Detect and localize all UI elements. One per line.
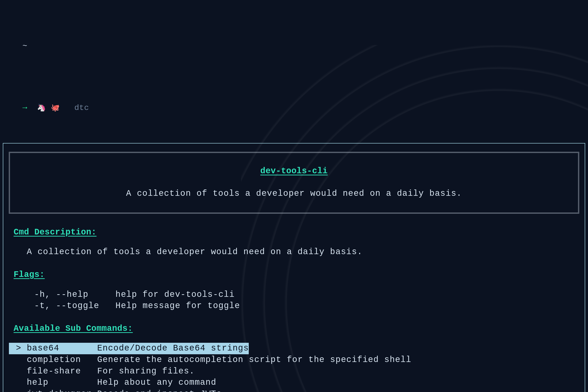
shell-prompt: ~ → 🦄 🐙 dtc <box>3 3 585 139</box>
flags-list: -h, --help help for dev-tools-cli-t, --t… <box>34 289 579 312</box>
typed-command[interactable]: dtc <box>74 104 89 112</box>
subcommand-row[interactable]: > base64 Encode/Decode Base64 strings <box>9 343 579 354</box>
heading-cmd-description: Cmd Description: <box>14 227 579 238</box>
flag-row: -h, --help help for dev-tools-cli <box>34 289 579 300</box>
prompt-tilde: ~ <box>22 42 28 50</box>
cmd-description-text: A collection of tools a developer would … <box>27 246 579 258</box>
subcommand-list[interactable]: > base64 Encode/Decode Base64 strings co… <box>9 343 579 392</box>
app-subtitle: A collection of tools a developer would … <box>14 188 574 200</box>
subcommand-row[interactable]: help Help about any command <box>9 377 579 388</box>
heading-flags: Flags: <box>14 269 579 281</box>
tui-frame: dev-tools-cli A collection of tools a de… <box>3 143 585 392</box>
prompt-arrow-icon: → <box>22 104 28 112</box>
octopus-icon: 🐙 <box>51 104 60 112</box>
subcommand-row[interactable]: completion Generate the autocompletion s… <box>9 354 579 366</box>
unicorn-icon: 🦄 <box>37 104 46 112</box>
banner-box: dev-tools-cli A collection of tools a de… <box>9 152 579 214</box>
app-title: dev-tools-cli <box>14 166 574 177</box>
heading-subcommands: Available Sub Commands: <box>14 323 579 334</box>
subcommand-row[interactable]: file-share For sharing files. <box>9 366 579 377</box>
subcommand-row[interactable]: jwt-debugger Decode and inspect JWTs <box>9 388 579 392</box>
flag-row: -t, --toggle Help message for toggle <box>34 300 579 312</box>
